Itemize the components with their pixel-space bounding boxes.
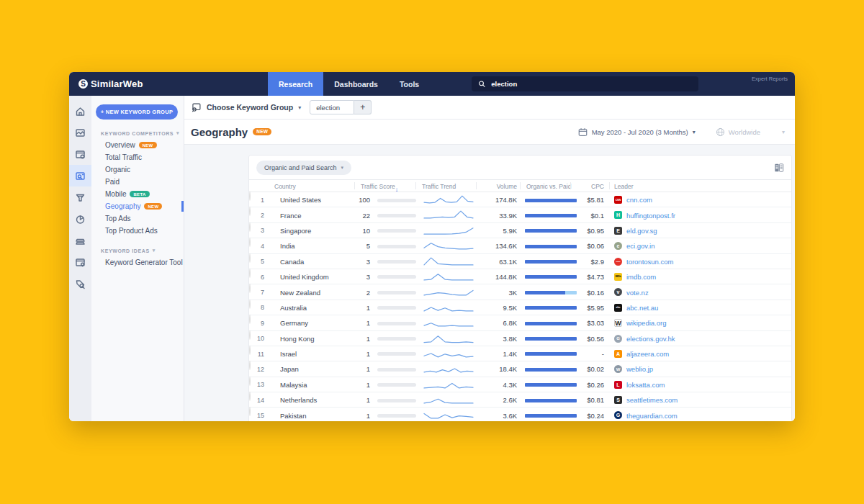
rail-item-home-icon[interactable] (69, 100, 91, 122)
country-flag-icon (249, 346, 251, 355)
sidebar-section-keyword-ideas[interactable]: KEYWORD IDEAS▾ (101, 248, 184, 253)
leader-link[interactable]: eld.gov.sg (626, 223, 657, 238)
cpc-cell: $0.06 (575, 238, 604, 253)
new-badge: NEW (139, 142, 157, 148)
leader-favicon: H (614, 211, 622, 219)
traffic-score-cell: 1 (341, 300, 370, 315)
leader-link[interactable]: wikipedia.org (626, 315, 666, 330)
rail-item-keyword-analysis-icon[interactable] (69, 165, 91, 186)
table-row: 15Pakistan13.6K$0.24Gtheguardian.com (249, 408, 791, 421)
col-traffic-score[interactable]: Traffic Score ↓ (361, 183, 395, 190)
rail-item-conversion-funnel-icon[interactable] (69, 186, 91, 208)
sidebar-item-organic[interactable]: Organic (91, 163, 184, 176)
traffic-score-bar (377, 414, 416, 418)
content-scroll-area[interactable]: Organic and Paid Search ▾ (184, 145, 795, 421)
global-search[interactable] (472, 76, 698, 91)
volume-cell: 5.9K (480, 223, 517, 238)
organic-vs-paid-bar (525, 322, 577, 325)
traffic-trend-sparkline (423, 302, 474, 313)
col-leader[interactable]: Leader (614, 183, 633, 190)
table-controls: Organic and Paid Search ▾ (249, 156, 791, 179)
date-caret-icon[interactable]: ▾ (693, 129, 696, 135)
new-keyword-group-button[interactable]: + NEW KEYWORD GROUP (96, 104, 178, 120)
region-selector[interactable]: Worldwide (716, 127, 760, 137)
leader-link[interactable]: theguardian.com (626, 408, 678, 421)
region-caret-icon[interactable]: ▾ (782, 129, 785, 135)
rank-cell: 14 (252, 392, 264, 408)
traffic-score-bar (377, 260, 416, 264)
date-range-selector[interactable]: May 2020 - Jul 2020 (3 Months) (592, 128, 688, 136)
search-type-filter[interactable]: Organic and Paid Search ▾ (256, 161, 351, 175)
rail-item-tag-search-icon[interactable] (69, 273, 91, 294)
rail-item-market-share-icon[interactable] (69, 208, 91, 230)
traffic-trend-sparkline (423, 225, 474, 236)
table-row: 5Canada363.1K$2.9—torontosun.com (249, 254, 791, 269)
choose-keyword-group-label[interactable]: Choose Keyword Group (207, 103, 293, 112)
col-country[interactable]: Country (274, 183, 296, 190)
leader-link[interactable]: torontosun.com (626, 254, 673, 269)
leader-favicon: W (614, 365, 622, 373)
rail-item-website-analysis-icon[interactable] (69, 122, 91, 143)
leader-favicon: v (614, 288, 622, 296)
sidebar-item-overview[interactable]: OverviewNEW (91, 139, 184, 151)
traffic-score-bar (377, 199, 416, 202)
leader-link[interactable]: elections.gov.hk (626, 331, 675, 346)
volume-cell: 63.1K (480, 254, 517, 269)
rail-item-app-store-icon[interactable] (69, 251, 91, 273)
sidebar-item-top-ads[interactable]: Top Ads (91, 212, 184, 225)
leader-link[interactable]: imdb.com (626, 269, 656, 284)
expert-reports-link[interactable]: Expert Reports (744, 76, 788, 83)
leader-link[interactable]: eci.gov.in (626, 238, 654, 253)
traffic-trend-sparkline (423, 379, 474, 390)
keyword-chip[interactable]: election (310, 100, 354, 114)
rail-item-apps-trays-icon[interactable] (69, 230, 91, 251)
top-navbar: S SimilarWeb ResearchDashboardsTools Exp… (69, 72, 795, 96)
organic-vs-paid-bar (525, 399, 577, 402)
leader-link[interactable]: loksatta.com (626, 377, 665, 392)
nav-tab-research[interactable]: Research (268, 72, 323, 96)
add-keyword-button[interactable]: + (354, 100, 372, 114)
traffic-score-cell: 3 (341, 254, 370, 269)
leader-link[interactable]: huffingtonpost.fr (626, 207, 675, 222)
rail-item-app-analysis-icon[interactable] (69, 143, 91, 165)
similarweb-logo[interactable]: S SimilarWeb (78, 72, 143, 96)
country-cell: Netherlands (280, 392, 317, 408)
sidebar-section-keyword-competitors[interactable]: KEYWORD COMPETITORS▾ (101, 130, 184, 136)
leader-link[interactable]: seattletimes.com (626, 392, 678, 408)
rank-cell: 3 (252, 223, 264, 238)
traffic-score-bar (377, 383, 416, 387)
sidebar-item-label: Total Traffic (105, 153, 142, 161)
column-divider (570, 182, 571, 189)
section-title: KEYWORD COMPETITORS (101, 131, 174, 136)
col-organic-vs-paid[interactable]: Organic vs. Paid (526, 183, 571, 190)
keyword-group-caret-icon[interactable]: ▾ (298, 104, 301, 111)
nav-tab-dashboards[interactable]: Dashboards (323, 72, 389, 96)
leader-link[interactable]: cnn.com (626, 192, 652, 207)
sidebar-item-mobile[interactable]: MobileBETA (91, 188, 184, 200)
col-traffic-trend[interactable]: Traffic Trend (422, 183, 456, 190)
sidebar-item-total-traffic[interactable]: Total Traffic (91, 151, 184, 163)
main-content: Choose Keyword Group ▾ election + Geogra… (184, 96, 795, 421)
search-input[interactable] (491, 80, 692, 88)
leader-link[interactable]: vote.nz (626, 284, 649, 300)
leader-link[interactable]: abc.net.au (626, 300, 658, 315)
col-cpc[interactable]: CPC (575, 183, 604, 190)
traffic-trend-sparkline (423, 348, 474, 359)
nav-tab-tools[interactable]: Tools (389, 72, 430, 96)
leader-link[interactable]: aljazeera.com (626, 346, 669, 361)
country-flag-icon (249, 361, 251, 370)
sidebar-item-geography[interactable]: GeographyNEW (91, 200, 184, 212)
sidebar-item-top-product-ads[interactable]: Top Product Ads (91, 225, 184, 237)
col-volume[interactable]: Volume (480, 183, 517, 190)
traffic-trend-sparkline (423, 240, 474, 251)
calendar-icon (578, 127, 588, 137)
leader-link[interactable]: weblio.jp (626, 361, 653, 377)
sidebar-item-paid[interactable]: Paid (91, 176, 184, 188)
organic-vs-paid-bar (525, 214, 577, 217)
keyword-group-bar: Choose Keyword Group ▾ election + (184, 96, 795, 120)
country-flag-icon (249, 315, 251, 324)
app-analysis-icon (75, 149, 86, 160)
excel-export-button[interactable] (774, 163, 784, 173)
organic-vs-paid-bar (525, 260, 577, 264)
sidebar-item-keyword-generator-tool[interactable]: Keyword Generator Tool (91, 256, 184, 269)
